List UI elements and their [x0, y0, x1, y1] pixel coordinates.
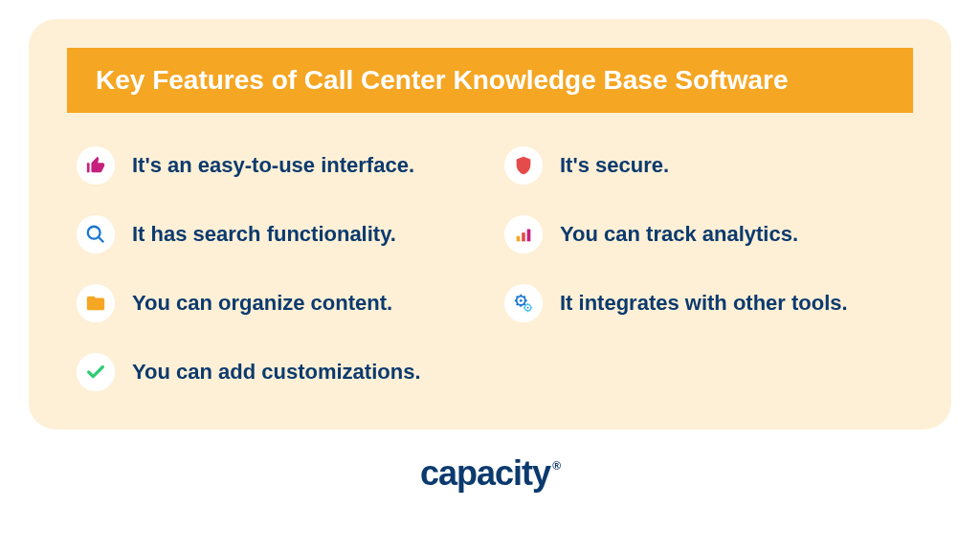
features-grid: It's an easy-to-use interface. It's secu…	[67, 146, 913, 391]
feature-card: Key Features of Call Center Knowledge Ba…	[29, 19, 951, 430]
feature-item: You can organize content.	[77, 284, 476, 322]
header-title: Key Features of Call Center Knowledge Ba…	[96, 65, 789, 95]
feature-text: You can add customizations.	[132, 360, 421, 385]
feature-item: You can track analytics.	[504, 215, 903, 253]
feature-item: It's secure.	[504, 146, 903, 185]
search-icon	[77, 215, 115, 253]
feature-text: It's secure.	[560, 153, 669, 178]
svg-point-0	[88, 227, 100, 239]
feature-text: It has search functionality.	[132, 222, 396, 247]
empty-cell	[504, 353, 903, 391]
check-icon	[77, 353, 115, 391]
svg-point-8	[527, 307, 529, 309]
thumbs-up-icon	[77, 146, 115, 185]
svg-rect-3	[522, 232, 525, 241]
svg-line-1	[99, 237, 104, 243]
feature-text: It integrates with other tools.	[560, 291, 848, 316]
feature-text: You can track analytics.	[560, 222, 798, 247]
feature-item: It's an easy-to-use interface.	[77, 146, 476, 185]
folder-icon	[77, 284, 115, 322]
header-banner: Key Features of Call Center Knowledge Ba…	[67, 48, 913, 113]
svg-rect-4	[527, 230, 531, 242]
feature-item: It has search functionality.	[77, 215, 476, 253]
shield-icon	[504, 146, 543, 185]
registered-mark: ®	[552, 459, 560, 473]
gear-icon	[504, 284, 543, 322]
feature-item: You can add customizations.	[77, 353, 476, 391]
brand-logo: capacity ®	[420, 453, 560, 494]
feature-text: You can organize content.	[132, 291, 392, 316]
chart-icon	[504, 215, 543, 253]
feature-item: It integrates with other tools.	[504, 284, 903, 322]
brand-name: capacity ®	[420, 453, 560, 494]
svg-rect-2	[517, 236, 521, 242]
feature-text: It's an easy-to-use interface.	[132, 153, 414, 178]
svg-point-6	[520, 299, 523, 302]
